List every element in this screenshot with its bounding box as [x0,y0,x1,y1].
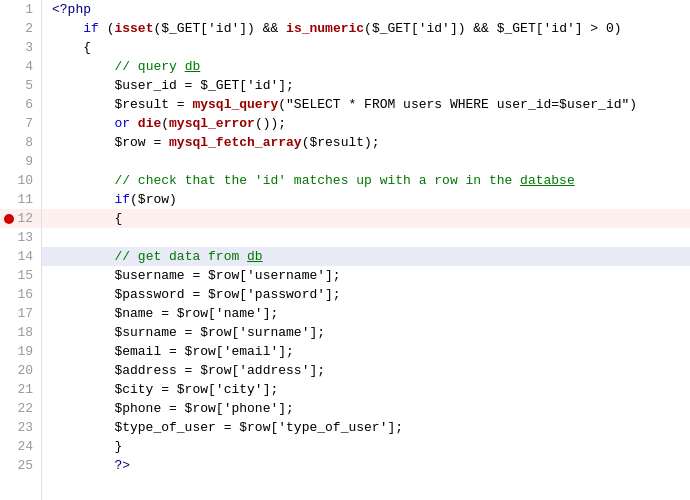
token-kw: if [83,21,99,36]
line-number: 18 [0,323,41,342]
token-plain: ($row) [130,192,177,207]
line-number: 10 [0,171,41,190]
token-plain: $email = $row['email']; [52,344,294,359]
line-number: 22 [0,399,41,418]
token-kw: or [114,116,130,131]
token-plain: $password = $row['password']; [52,287,341,302]
token-ph: <?php [52,2,91,17]
line-number: 25 [0,456,41,475]
token-plain: $address = $row['address']; [52,363,325,378]
line-number: 15 [0,266,41,285]
code-line: $password = $row['password']; [42,285,690,304]
token-cm: db [247,249,263,264]
token-cm: // check that the 'id' matches up with a… [114,173,520,188]
code-line: $city = $row['city']; [42,380,690,399]
token-plain [52,59,114,74]
line-number: 12 [0,209,41,228]
line-number: 9 [0,152,41,171]
line-number: 3 [0,38,41,57]
line-number: 19 [0,342,41,361]
token-plain [52,116,114,131]
token-plain [130,116,138,131]
line-number: 4 [0,57,41,76]
token-plain: $result = [52,97,192,112]
code-line: ?> [42,456,690,475]
line-number: 20 [0,361,41,380]
code-line: { [42,209,690,228]
line-number: 23 [0,418,41,437]
line-number: 8 [0,133,41,152]
token-fn: is_numeric [286,21,364,36]
token-fn: mysql_error [169,116,255,131]
code-line [42,228,690,247]
token-plain: { [52,40,91,55]
token-plain: } [52,439,122,454]
line-number: 14 [0,247,41,266]
token-kw: if [114,192,130,207]
token-plain: $user_id = $_GET['id']; [52,78,294,93]
line-number: 17 [0,304,41,323]
token-plain: $name = $row['name']; [52,306,278,321]
line-number: 24 [0,437,41,456]
line-number: 2 [0,19,41,38]
code-line: $result = mysql_query("SELECT * FROM use… [42,95,690,114]
token-plain [52,458,114,473]
code-line: $type_of_user = $row['type_of_user']; [42,418,690,437]
token-plain: $username = $row['username']; [52,268,341,283]
token-plain [52,173,114,188]
line-number: 7 [0,114,41,133]
code-line [42,152,690,171]
token-plain [52,192,114,207]
token-fn: mysql_fetch_array [169,135,302,150]
code-line: $name = $row['name']; [42,304,690,323]
token-plain: ($_GET['id']) && $_GET['id'] > 0) [364,21,621,36]
token-plain [52,249,114,264]
token-fn: isset [114,21,153,36]
token-plain [52,21,83,36]
token-plain: ( [161,116,169,131]
code-line: <?php [42,0,690,19]
code-line: } [42,437,690,456]
token-plain: $phone = $row['phone']; [52,401,294,416]
token-plain: ($_GET['id']) && [153,21,286,36]
line-number: 5 [0,76,41,95]
token-plain: ( [99,21,115,36]
token-plain: $city = $row['city']; [52,382,278,397]
token-cm: db [185,59,201,74]
token-cm: databse [520,173,575,188]
code-line: // query db [42,57,690,76]
code-line: { [42,38,690,57]
token-plain: { [52,211,122,226]
line-numbers: 1234567891011121314151617181920212223242… [0,0,42,500]
token-plain: $row = [52,135,169,150]
code-line: $username = $row['username']; [42,266,690,285]
code-line: $surname = $row['surname']; [42,323,690,342]
token-plain: $surname = $row['surname']; [52,325,325,340]
code-line: $user_id = $_GET['id']; [42,76,690,95]
token-ph: ?> [114,458,130,473]
line-number: 11 [0,190,41,209]
line-number: 6 [0,95,41,114]
token-plain: ($result); [302,135,380,150]
token-cm: // get data from [114,249,247,264]
token-plain: ("SELECT * FROM users WHERE user_id=$use… [278,97,637,112]
line-number: 21 [0,380,41,399]
token-plain: ()); [255,116,286,131]
line-number: 16 [0,285,41,304]
token-plain: $type_of_user = $row['type_of_user']; [52,420,403,435]
code-line: $email = $row['email']; [42,342,690,361]
code-line: $phone = $row['phone']; [42,399,690,418]
code-line: // get data from db [42,247,690,266]
code-line: // check that the 'id' matches up with a… [42,171,690,190]
token-fn: die [138,116,161,131]
token-cm: // query [114,59,184,74]
line-number: 1 [0,0,41,19]
breakpoint-dot [4,214,14,224]
code-content[interactable]: <?php if (isset($_GET['id']) && is_numer… [42,0,690,500]
code-line: or die(mysql_error()); [42,114,690,133]
line-number: 13 [0,228,41,247]
code-line: if (isset($_GET['id']) && is_numeric($_G… [42,19,690,38]
token-fn: mysql_query [192,97,278,112]
code-line: $address = $row['address']; [42,361,690,380]
code-line: $row = mysql_fetch_array($result); [42,133,690,152]
